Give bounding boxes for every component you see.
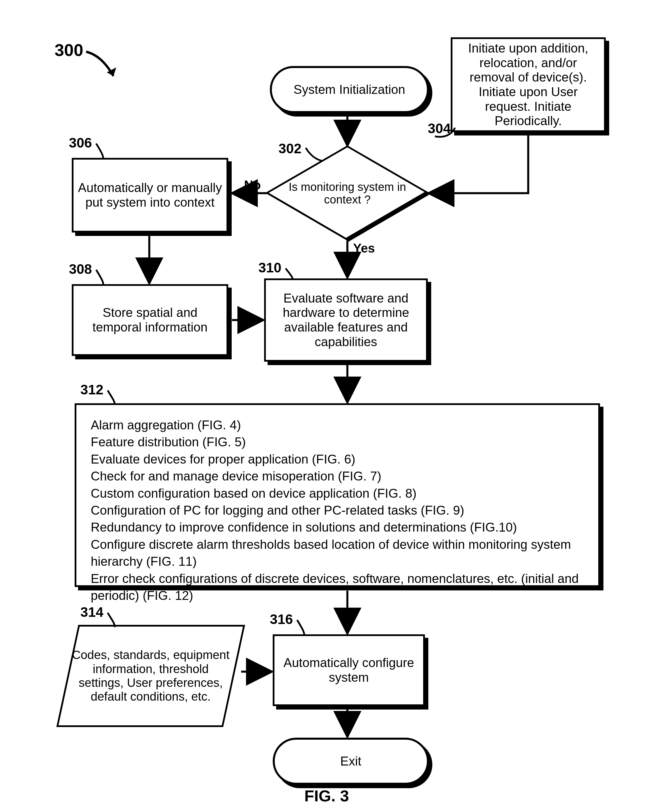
flowchart-canvas: 300 System Initialization Initiate upon …: [0, 0, 662, 812]
connectors: [0, 0, 662, 812]
